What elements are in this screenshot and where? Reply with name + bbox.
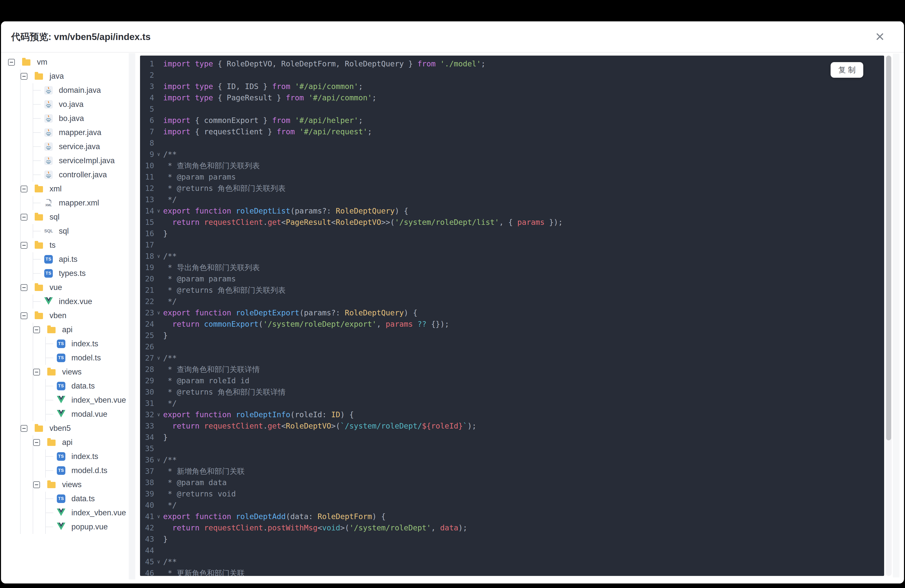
collapse-expander-icon[interactable] [21,312,27,319]
tree-folder-sql[interactable]: sql [21,210,129,224]
code-text: * 新增角色和部门关联 [163,466,884,477]
code-scrollbar[interactable] [886,56,892,576]
collapse-expander-icon[interactable] [21,425,27,432]
folder-icon [47,482,56,488]
collapse-expander-icon[interactable] [33,482,40,488]
collapse-expander-icon[interactable] [21,284,27,291]
fold-gutter [154,126,163,137]
vue-file-icon [44,297,53,306]
tree-label: ts [49,241,56,250]
copy-button[interactable]: 复 制 [830,62,863,78]
tree-folder-vben[interactable]: vben [21,308,129,323]
collapse-expander-icon[interactable] [33,439,40,446]
code-text: /** [163,251,884,262]
tree-file-model.d.ts[interactable]: TSmodel.d.ts [46,464,129,478]
code-line: 41∨export function roleDeptAdd(data: Rol… [140,511,884,522]
tree-file-index.ts[interactable]: TSindex.ts [46,450,129,464]
tree-label: sql [49,213,60,222]
tree-file-index_vben.vue[interactable]: index_vben.vue [46,393,129,407]
fold-gutter [154,92,163,103]
tree-file-vo.java[interactable]: vo.java [33,97,129,111]
tree-connector [46,343,53,344]
tree-file-service.java[interactable]: service.java [33,140,129,154]
fold-arrow-icon[interactable]: ∨ [154,251,163,262]
fold-arrow-icon[interactable]: ∨ [154,205,163,216]
dialog-scrollbar[interactable] [893,54,899,577]
fold-gutter [154,160,163,171]
tree-file-api.ts[interactable]: TSapi.ts [33,252,129,266]
collapse-expander-icon[interactable] [8,59,15,66]
code-text: } [163,228,884,239]
fold-arrow-icon[interactable]: ∨ [154,352,163,364]
fold-arrow-icon[interactable]: ∨ [154,556,163,567]
fold-arrow-icon[interactable]: ∨ [154,454,163,466]
folder-icon [47,327,56,333]
code-text [163,545,884,556]
tree-file-popup.vue[interactable]: popup.vue [46,520,129,534]
fold-arrow-icon[interactable]: ∨ [154,511,163,522]
collapse-expander-icon[interactable] [21,242,27,249]
tree-connector [33,203,41,203]
tree-file-domain.java[interactable]: domain.java [33,83,129,97]
code-line: 9∨/** [140,149,884,160]
tree-file-data.ts[interactable]: TSdata.ts [46,379,129,393]
tree-file-mapper.java[interactable]: mapper.java [33,126,129,140]
tree-file-index.ts[interactable]: TSindex.ts [46,337,129,351]
tree-file-sql[interactable]: SQLsql [33,224,129,238]
tree-file-modal.vue[interactable]: modal.vue [46,407,129,421]
tree-folder-ts[interactable]: ts [21,238,129,252]
code-text: */ [163,296,884,307]
tree-file-types.ts[interactable]: TStypes.ts [33,266,129,280]
collapse-expander-icon[interactable] [33,369,40,375]
line-number: 45 [140,556,154,567]
close-icon[interactable]: × [871,29,888,46]
tree-file-bo.java[interactable]: bo.java [33,111,129,126]
tree-folder-views[interactable]: views [33,478,129,492]
collapse-expander-icon[interactable] [21,73,27,80]
tree-scrollbar[interactable] [129,53,135,580]
tree-connector [46,400,53,400]
tree-folder-vben5[interactable]: vben5 [21,421,129,435]
tree-connector [33,104,41,105]
tree-label: data.ts [71,381,95,391]
typescript-file-icon: TS [57,466,65,475]
tree-file-model.ts[interactable]: TSmodel.ts [46,351,129,365]
collapse-expander-icon[interactable] [21,186,27,192]
line-number: 9 [140,149,154,160]
collapse-expander-icon[interactable] [21,214,27,221]
tree-file-data.ts[interactable]: TSdata.ts [46,492,129,506]
code-line: 15 return requestClient.get<PageResult<R… [140,216,884,228]
tree-folder-vue[interactable]: vue [21,280,129,294]
code-text [163,443,884,454]
tree-file-index_vben.vue[interactable]: index_vben.vue [46,506,129,520]
fold-gutter [154,103,163,115]
code-line: 44 [140,545,884,556]
tree-folder-vm[interactable]: vm [8,55,129,69]
java-file-icon [44,114,53,123]
fold-arrow-icon[interactable]: ∨ [154,409,163,420]
tree-file-index.vue[interactable]: index.vue [33,294,129,308]
fold-gutter [154,397,163,409]
code-text: /** [163,352,884,364]
tree-file-serviceImpl.java[interactable]: serviceImpl.java [33,154,129,168]
line-number: 26 [140,341,154,352]
tree-folder-java[interactable]: java [21,69,129,83]
code-line: 16} [140,228,884,239]
collapse-expander-icon[interactable] [33,326,40,333]
tree-folder-xml[interactable]: xml [21,182,129,196]
fold-arrow-icon[interactable]: ∨ [154,149,163,160]
java-file-icon [44,128,53,137]
tree-file-mapper.xml[interactable]: XMLmapper.xml [33,196,129,210]
code-text: return requestClient.postWithMsg<void>('… [163,522,884,534]
fold-gutter [154,171,163,183]
tree-folder-api[interactable]: api [33,323,129,337]
tree-folder-api[interactable]: api [33,435,129,450]
code-scrollbar-thumb[interactable] [886,56,891,440]
tree-label: model.d.ts [71,466,107,475]
xml-file-icon: XML [44,199,53,207]
code-text [163,70,884,81]
code-text: */ [163,194,884,205]
fold-arrow-icon[interactable]: ∨ [154,307,163,318]
tree-folder-views[interactable]: views [33,365,129,379]
tree-file-controller.java[interactable]: controller.java [33,168,129,182]
